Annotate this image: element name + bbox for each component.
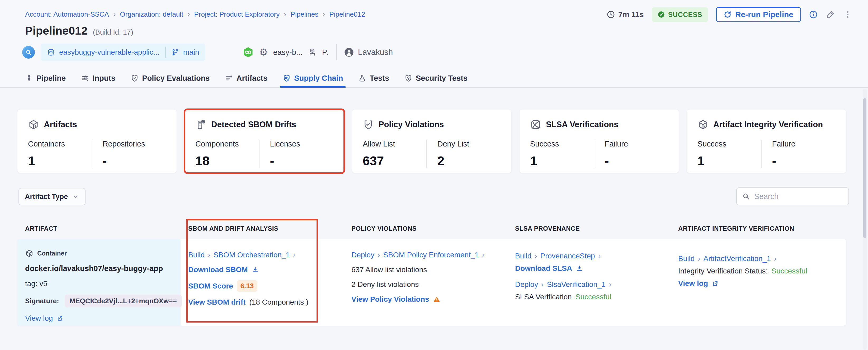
artifact-cell: Container docker.io/lavakush07/easy-bugg… <box>18 239 181 326</box>
breadcrumb-current[interactable]: Pipeline012 <box>329 10 365 19</box>
download-slsa-link[interactable]: Download SLSA <box>515 264 572 273</box>
card-slsa-verifications[interactable]: SLSA Verifications Success1 Failure- <box>520 109 679 173</box>
tabbar: Pipeline Inputs Policy Evaluations Artif… <box>0 69 868 88</box>
search-input[interactable] <box>754 192 839 201</box>
artifact-type-label: Container <box>37 250 67 257</box>
artifacts-table: ARTIFACT SBOM AND DRIFT ANALYSIS POLICY … <box>18 225 846 326</box>
stat-label: Components <box>195 140 259 148</box>
sbom-score-link[interactable]: SBOM Score <box>188 282 233 290</box>
tab-policy-evaluations[interactable]: Policy Evaluations <box>131 69 210 87</box>
breadcrumb-pipelines[interactable]: Pipelines <box>291 10 319 19</box>
artifact-tag: tag: v5 <box>25 280 173 288</box>
card-title: SLSA Verifications <box>546 120 619 129</box>
artifacts-list-icon <box>225 74 233 82</box>
chevron-right-icon <box>598 252 600 260</box>
card-policy-violations[interactable]: Policy Violations Allow List637 Deny Lis… <box>352 109 512 173</box>
artifact-signature-row: Signature: MEQCICde2Vjl...L+2+mqnOXw== <box>25 294 173 308</box>
download-icon[interactable] <box>576 265 583 272</box>
edit-pencil-icon[interactable] <box>826 10 835 19</box>
shield-check-icon <box>131 74 138 82</box>
rerun-pipeline-button[interactable]: Re-run Pipeline <box>716 7 801 22</box>
integrity-step-link[interactable]: ArtifactVerification_1 <box>704 254 771 263</box>
shield-check-icon <box>363 119 374 130</box>
tab-pipeline[interactable]: Pipeline <box>25 69 66 87</box>
flask-icon <box>358 74 366 82</box>
slsa-step2-link[interactable]: SlsaVerification_1 <box>547 280 606 289</box>
container-cube-icon <box>25 249 33 258</box>
breadcrumb-account[interactable]: Account: Automation-SSCA <box>25 10 109 19</box>
summary-cards: Artifacts Containers1 Repositories- Dete… <box>18 109 846 173</box>
sbom-cell: Build SBOM Orchestration_1 Download SBOM… <box>181 239 344 326</box>
col-header-policy: POLICY VIOLATIONS <box>344 225 507 232</box>
infrastructure-icon <box>308 48 317 57</box>
artifact-image-name: docker.io/lavakush07/easy-buggy-app <box>25 264 173 273</box>
codebase-icon <box>22 46 35 59</box>
card-artifact-integrity[interactable]: Artifact Integrity Verification Success1… <box>687 109 846 173</box>
breadcrumb-project[interactable]: Project: Product Exploratory <box>194 10 280 19</box>
sbom-step-link[interactable]: SBOM Orchestration_1 <box>214 251 290 259</box>
stat-label: Failure <box>772 140 836 148</box>
tab-label: Pipeline <box>36 74 66 83</box>
slsa-stage2-link[interactable]: Deploy <box>515 280 538 289</box>
tab-supply-chain[interactable]: Supply Chain <box>283 69 343 87</box>
view-policy-violations-link[interactable]: View Policy Violations <box>351 295 429 304</box>
service-name[interactable]: easy-b... <box>273 48 303 57</box>
repo-pill[interactable]: easybuggy-vulnerable-applic... main <box>41 43 206 61</box>
slsa-icon <box>530 119 541 130</box>
tab-tests[interactable]: Tests <box>358 69 389 87</box>
search-box[interactable] <box>736 187 849 205</box>
slsa-stage1-link[interactable]: Build <box>515 252 531 260</box>
tab-security-tests[interactable]: Security Tests <box>404 69 467 87</box>
stat-label: Repositories <box>103 140 166 148</box>
search-icon <box>742 192 750 200</box>
artifact-type-dropdown[interactable]: Artifact Type <box>19 188 86 205</box>
card-detected-sbom-drifts[interactable]: Detected SBOM Drifts Components18 Licens… <box>185 109 344 173</box>
page-title: Pipeline012 <box>25 24 88 37</box>
download-sbom-link[interactable]: Download SBOM <box>188 265 248 274</box>
git-branch-icon <box>172 49 179 56</box>
tab-artifacts[interactable]: Artifacts <box>225 69 268 87</box>
package-cube-icon <box>698 119 709 130</box>
artifact-type-badge: Container <box>25 249 173 258</box>
view-log-link[interactable]: View log <box>678 279 708 288</box>
stat-value: 1 <box>530 154 594 168</box>
breadcrumb: Account: Automation-SSCA Organization: d… <box>25 10 365 19</box>
integrity-cell: Build ArtifactVerification_1 Integrity V… <box>671 239 846 326</box>
deny-list-violations: 2 Deny list violations <box>351 280 499 289</box>
integrity-status-label: Integrity Verification Status: <box>678 267 768 275</box>
download-icon[interactable] <box>252 266 259 274</box>
card-title: Artifact Integrity Verification <box>713 120 823 129</box>
signature-value[interactable]: MEQCICde2Vjl...L+2+mqnOXw== <box>65 294 182 308</box>
tab-label: Security Tests <box>416 74 467 83</box>
chevron-right-icon <box>322 10 325 19</box>
stat-value: - <box>270 154 334 168</box>
stat-label: Licenses <box>270 140 334 148</box>
breadcrumb-organization[interactable]: Organization: default <box>120 10 183 19</box>
inputs-icon <box>81 74 89 82</box>
external-link-icon[interactable] <box>712 280 719 287</box>
sbom-drift-count: (18 Components ) <box>249 298 308 307</box>
policy-step-link[interactable]: SBOM Policy Enforcement_1 <box>383 251 479 259</box>
signature-label: Signature: <box>25 297 59 305</box>
sbom-stage-link[interactable]: Build <box>188 251 205 259</box>
service-gear-icon: ⚙ <box>259 47 268 57</box>
stat-label: Success <box>530 140 594 148</box>
chevron-right-icon <box>698 254 700 263</box>
tab-inputs[interactable]: Inputs <box>81 69 115 87</box>
security-shield-icon <box>404 74 412 82</box>
infra-name[interactable]: P. <box>322 48 329 57</box>
view-sbom-drift-link[interactable]: View SBOM drift <box>188 298 246 307</box>
slsa-step1-link[interactable]: ProvenanceStep <box>540 252 595 260</box>
service-infra-group: ⚙ easy-b... P. <box>242 46 328 58</box>
card-title: Detected SBOM Drifts <box>211 120 296 129</box>
external-link-icon[interactable] <box>57 315 63 322</box>
view-log-link[interactable]: View log <box>25 314 53 323</box>
policy-stage-link[interactable]: Deploy <box>351 251 374 259</box>
divider <box>165 47 166 58</box>
kebab-menu-icon[interactable] <box>843 10 852 19</box>
info-icon[interactable] <box>809 10 818 19</box>
card-artifacts[interactable]: Artifacts Containers1 Repositories- <box>18 109 177 173</box>
scrollbar-thumb[interactable] <box>863 98 866 238</box>
duration-value: 7m 11s <box>618 10 644 19</box>
integrity-stage-link[interactable]: Build <box>678 254 694 263</box>
